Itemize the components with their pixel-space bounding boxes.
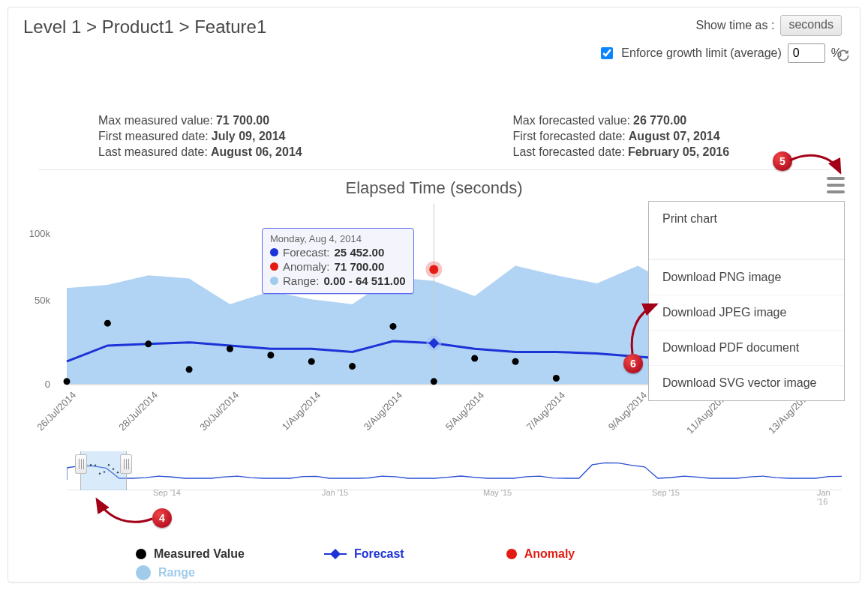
stat-label: First measured date: <box>98 130 209 142</box>
annotation-arrow-icon <box>628 301 673 364</box>
svg-point-5 <box>145 340 152 347</box>
legend-item-measured[interactable]: Measured Value <box>136 547 245 561</box>
navigator-tick: Jan '15 <box>322 488 348 497</box>
y-tick: 0 <box>45 379 50 390</box>
show-time-as-label: Show time as : <box>695 19 774 32</box>
chart-tooltip: Monday, Aug 4, 2014 Forecast: 25 452.00 … <box>262 228 414 294</box>
annotation-number: 5 <box>779 155 785 167</box>
menu-item-svg[interactable]: Download SVG vector image <box>649 365 844 400</box>
dot-icon <box>136 565 151 580</box>
chart-export-menu: Print chart Download PNG image Download … <box>648 201 845 401</box>
navigator-handle-left[interactable] <box>75 454 87 474</box>
svg-point-15 <box>553 375 560 382</box>
dot-icon <box>270 248 278 256</box>
svg-point-9 <box>308 358 315 365</box>
dot-icon <box>270 277 278 285</box>
tooltip-label: Forecast: <box>283 246 330 259</box>
breadcrumb-l1[interactable]: Level 1 <box>23 16 81 37</box>
annotation-arrow-icon <box>91 495 158 535</box>
divider <box>38 169 830 170</box>
breadcrumb-sep: > <box>179 16 189 37</box>
annotation-arrow-icon <box>786 153 846 186</box>
svg-point-14 <box>512 358 519 365</box>
menu-item-pdf[interactable]: Download PDF document <box>649 330 844 365</box>
x-tick: 30/Jul/2014 <box>198 389 242 433</box>
dot-icon <box>270 262 278 271</box>
stat-value: 26 770.00 <box>633 114 686 127</box>
tooltip-label: Range: <box>283 274 319 287</box>
tooltip-date: Monday, Aug 4, 2014 <box>270 233 406 244</box>
svg-point-4 <box>104 320 111 327</box>
legend-item-anomaly[interactable]: Anomaly <box>506 547 575 561</box>
tooltip-value: 0.00 - 64 511.00 <box>323 274 405 287</box>
menu-item-print[interactable]: Print chart <box>649 202 844 236</box>
chart-legend: Measured Value Forecast Anomaly Range <box>136 547 811 580</box>
x-tick: 9/Aug/2014 <box>606 389 650 433</box>
dot-icon <box>136 549 146 559</box>
breadcrumb: Level 1 > Product1 > Feature1 <box>23 16 266 37</box>
y-tick: 50k <box>35 295 50 306</box>
diamond-line-icon <box>324 553 347 555</box>
stat-label: Last measured date: <box>98 145 208 158</box>
stat-label: First forecasted date: <box>513 130 626 142</box>
svg-point-17 <box>429 265 438 274</box>
menu-item-png[interactable]: Download PNG image <box>649 259 844 295</box>
breadcrumb-l3[interactable]: Feature1 <box>194 16 266 37</box>
growth-limit-input[interactable] <box>788 43 825 63</box>
svg-point-8 <box>267 352 274 358</box>
svg-point-7 <box>227 346 233 352</box>
tooltip-value: 71 700.00 <box>335 260 385 273</box>
chart-title: Elapsed Time (seconds) <box>8 178 860 198</box>
stat-value: February 05, 2016 <box>628 145 729 158</box>
breadcrumb-l2[interactable]: Product1 <box>102 16 174 37</box>
tooltip-label: Anomaly: <box>283 260 330 273</box>
svg-point-13 <box>471 355 478 361</box>
svg-point-10 <box>349 363 356 370</box>
stat-value: August 07, 2014 <box>629 130 720 142</box>
stat-value: July 09, 2014 <box>212 130 286 142</box>
x-tick: 5/Aug/2014 <box>443 389 486 433</box>
navigator-handle-right[interactable] <box>120 454 132 474</box>
stat-label: Last forecasted date: <box>513 145 625 158</box>
annotation-number: 4 <box>159 512 165 524</box>
y-tick: 100k <box>29 228 50 239</box>
x-tick: 28/Jul/2014 <box>116 389 160 433</box>
legend-item-forecast[interactable]: Forecast <box>324 547 404 561</box>
navigator-tick: May '15 <box>483 488 512 497</box>
x-tick: 1/Aug/2014 <box>280 389 323 433</box>
x-tick: 3/Aug/2014 <box>362 389 405 433</box>
enforce-growth-checkbox[interactable] <box>601 47 613 59</box>
header-controls: Show time as : seconds Enforce growth li… <box>598 15 842 70</box>
app-root: Level 1 > Product1 > Feature1 Show time … <box>0 0 868 590</box>
panel: Level 1 > Product1 > Feature1 Show time … <box>8 7 860 583</box>
navigator-chart[interactable]: Sep '14 Jan '15 May '15 Sep '15 Jan '16 <box>50 451 842 498</box>
menu-gap <box>649 236 844 259</box>
svg-point-6 <box>186 366 193 373</box>
stat-label: Max measured value: <box>98 114 213 127</box>
legend-label: Forecast <box>354 547 404 561</box>
stats-block: Max measured value:71 700.00 First measu… <box>8 112 860 161</box>
stats-left: Max measured value:71 700.00 First measu… <box>8 112 446 161</box>
svg-point-12 <box>431 378 437 385</box>
navigator-ticks: Sep '14 Jan '15 May '15 Sep '15 Jan '16 <box>67 488 842 502</box>
legend-label: Measured Value <box>154 547 245 561</box>
refresh-icon[interactable] <box>836 48 851 63</box>
enforce-growth-label: Enforce growth limit (average) <box>621 46 781 60</box>
tooltip-value: 25 452.00 <box>335 246 385 259</box>
breadcrumb-sep: > <box>86 16 97 37</box>
x-tick: 7/Aug/2014 <box>524 389 568 433</box>
x-tick: 26/Jul/2014 <box>35 389 78 433</box>
stat-value: 71 700.00 <box>216 114 269 127</box>
stat-label: Max forecasted value: <box>513 114 631 127</box>
menu-item-jpeg[interactable]: Download JPEG image <box>649 295 844 330</box>
dot-icon <box>506 549 517 559</box>
legend-label: Range <box>158 566 195 580</box>
navigator-tick: Jan '16 <box>817 488 842 506</box>
navigator-tick: Sep '15 <box>652 488 680 497</box>
legend-label: Anomaly <box>524 547 575 561</box>
stat-value: August 06, 2014 <box>211 145 302 158</box>
svg-point-3 <box>64 378 71 385</box>
time-unit-button[interactable]: seconds <box>780 15 842 36</box>
svg-point-11 <box>389 323 396 330</box>
legend-item-range[interactable]: Range <box>136 565 195 580</box>
